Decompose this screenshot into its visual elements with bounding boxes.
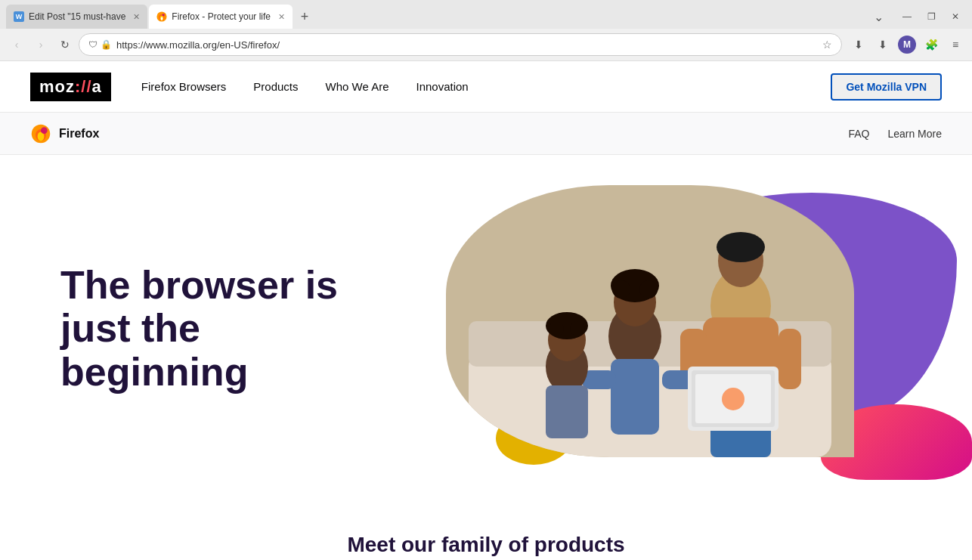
forward-button[interactable]: ›	[30, 34, 51, 55]
address-bar-row: ‹ › ↻ 🛡 🔒 https://www.mozilla.org/en-US/…	[0, 29, 972, 60]
tab-1[interactable]: W Edit Post "15 must-have ✕	[6, 5, 147, 29]
close-button[interactable]: ✕	[945, 6, 966, 27]
address-security-icons: 🛡 🔒	[88, 39, 112, 50]
nav-link-innovation[interactable]: Innovation	[416, 80, 468, 93]
sub-nav-brand: Firefox	[59, 127, 848, 141]
tab1-close[interactable]: ✕	[133, 12, 140, 22]
profile-button[interactable]: M	[896, 34, 918, 55]
svg-point-4	[163, 14, 166, 17]
sub-nav-learn-more[interactable]: Learn More	[887, 128, 942, 140]
restore-button[interactable]: ❐	[921, 6, 942, 27]
tab1-favicon: W	[14, 11, 24, 22]
svg-rect-16	[779, 329, 801, 389]
nav-link-firefox-browsers[interactable]: Firefox Browsers	[141, 80, 227, 93]
site-nav: moz://a Firefox Browsers Products Who We…	[0, 61, 972, 113]
hero-photo-svg	[446, 185, 854, 457]
sub-nav-links: FAQ Learn More	[848, 128, 942, 140]
shield-icon: 🛡	[88, 39, 98, 50]
nav-link-who-we-are[interactable]: Who We Are	[326, 80, 389, 93]
back-button[interactable]: ‹	[6, 34, 27, 55]
sub-nav-faq[interactable]: FAQ	[848, 128, 869, 140]
hero-heading: The browser is just the beginning	[60, 264, 378, 394]
hero-section: The browser is just the beginning	[0, 155, 972, 503]
nav-link-products[interactable]: Products	[253, 80, 298, 93]
toolbar-icons: ⬇ ⬇ M 🧩 ≡	[848, 34, 966, 55]
products-heading: Meet our family of products	[30, 533, 942, 557]
reload-button[interactable]: ↻	[54, 34, 76, 55]
browser-chrome: W Edit Post "15 must-have ✕ Firefox - Pr…	[0, 0, 972, 61]
svg-point-30	[549, 321, 564, 336]
svg-point-14	[717, 232, 765, 262]
window-controls: — ❐ ✕	[896, 6, 966, 27]
tab1-label: Edit Post "15 must-have	[29, 11, 125, 22]
svg-point-36	[722, 388, 744, 410]
svg-rect-24	[611, 359, 659, 435]
svg-point-31	[570, 321, 585, 336]
tab2-close[interactable]: ✕	[278, 12, 285, 22]
address-bar[interactable]: 🛡 🔒 https://www.mozilla.org/en-US/firefo…	[79, 33, 842, 56]
nav-links: Firefox Browsers Products Who We Are Inn…	[141, 80, 831, 93]
svg-point-8	[41, 127, 48, 134]
bookmark-star-icon[interactable]: ☆	[822, 39, 832, 51]
extensions-icon[interactable]: 🧩	[921, 34, 942, 55]
hero-photo	[446, 185, 854, 457]
svg-point-3	[161, 17, 163, 20]
tab-list-button[interactable]: ⌄	[868, 6, 889, 27]
mozilla-site: moz://a Firefox Browsers Products Who We…	[0, 61, 972, 560]
products-section: Meet our family of products	[0, 503, 972, 560]
minimize-button[interactable]: —	[896, 6, 918, 27]
svg-point-22	[612, 280, 630, 299]
hero-image-area	[408, 185, 912, 472]
tab-bar: W Edit Post "15 must-have ✕ Firefox - Pr…	[0, 0, 972, 29]
tab-2[interactable]: Firefox - Protect your life ✕	[149, 5, 293, 29]
get-mozilla-vpn-button[interactable]: Get Mozilla VPN	[831, 73, 942, 101]
menu-icon[interactable]: ≡	[945, 34, 966, 55]
sub-nav: Firefox FAQ Learn More	[0, 113, 972, 155]
lock-icon: 🔒	[101, 39, 112, 50]
download-icon[interactable]: ⬇	[872, 34, 893, 55]
profile-avatar: M	[898, 36, 916, 54]
hero-text: The browser is just the beginning	[60, 264, 378, 394]
tab2-label: Firefox - Protect your life	[172, 11, 271, 22]
firefox-sub-logo	[30, 123, 51, 144]
address-text: https://www.mozilla.org/en-US/firefox/	[116, 39, 818, 51]
pocket-icon[interactable]: ⬇	[848, 34, 869, 55]
new-tab-button[interactable]: +	[294, 6, 315, 27]
svg-point-23	[639, 280, 658, 299]
tab2-favicon	[156, 11, 167, 22]
svg-rect-32	[546, 385, 588, 438]
mozilla-logo[interactable]: moz://a	[30, 73, 111, 101]
